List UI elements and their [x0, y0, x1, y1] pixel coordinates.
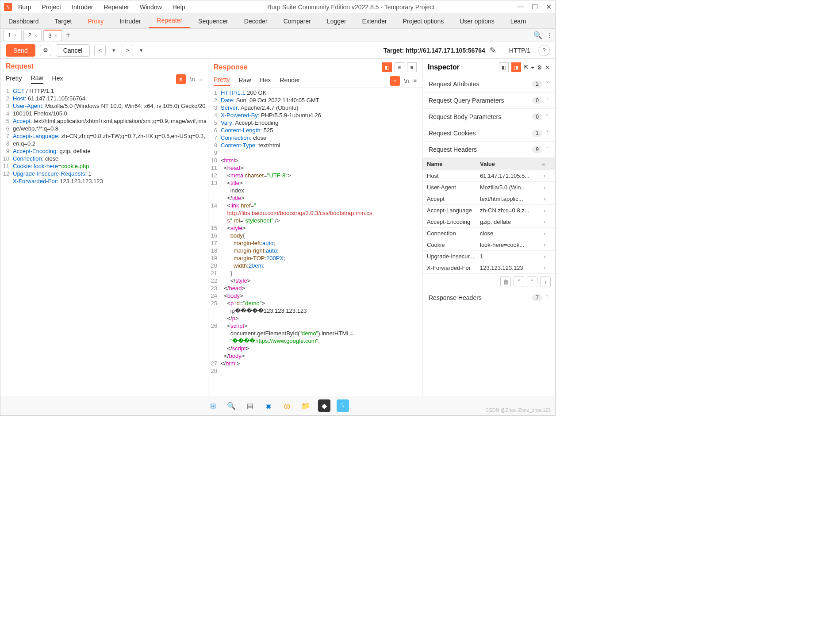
section-request-query-parameters[interactable]: Request Query Parameters0˅ [422, 92, 555, 109]
burp-logo-icon: ᛊ [4, 3, 12, 11]
edit-target-icon[interactable]: ✎ [490, 46, 496, 55]
view-raw[interactable]: Raw [239, 77, 251, 85]
header-row[interactable]: Host61.147.171.105:5...› [422, 170, 555, 182]
request-panel: Request PrettyRawHex ≡ \n ≡ 123456789101… [0, 59, 208, 396]
layout-stack-icon[interactable]: ≡ [395, 62, 404, 72]
view-pretty[interactable]: Pretty [214, 76, 230, 86]
minimize-icon[interactable]: ― [517, 3, 524, 11]
tab-decoder[interactable]: Decoder [236, 14, 276, 28]
tab-proxy[interactable]: Proxy [80, 14, 111, 28]
chevron-down-icon: ˅ [546, 97, 549, 104]
search-icon[interactable]: 🔍 [533, 31, 542, 39]
header-row[interactable]: Accept-Languagezh-CN,zh;q=0.8,z...› [422, 205, 555, 216]
gear-icon[interactable]: ⚙ [537, 64, 542, 71]
search-taskbar-icon[interactable]: 🔍 [225, 399, 238, 412]
delete-header-icon[interactable]: 🗑 [500, 276, 511, 287]
header-row[interactable]: Accept-Encodinggzip, deflate› [422, 216, 555, 228]
edge-icon[interactable]: ◉ [262, 399, 275, 412]
http-version[interactable]: HTTP/1 [506, 47, 534, 54]
tab-extender[interactable]: Extender [354, 14, 395, 28]
header-row[interactable]: X-Forwarded-For123.123.123.123› [422, 262, 555, 274]
help-icon[interactable]: ? [538, 45, 550, 56]
header-row[interactable]: Upgrade-Insecur...1› [422, 251, 555, 262]
layout-left-icon[interactable]: ◧ [499, 62, 509, 72]
request-title: Request [6, 62, 34, 70]
collapse-icon[interactable]: ⇱ [524, 64, 529, 71]
section-request-body-parameters[interactable]: Request Body Parameters0˅ [422, 109, 555, 125]
tab-intruder[interactable]: Intruder [111, 14, 149, 28]
tab-sequencer[interactable]: Sequencer [190, 14, 236, 28]
newline-icon[interactable]: \n [190, 76, 195, 82]
gear-icon[interactable]: ⚙ [40, 45, 51, 56]
layout-right-icon[interactable]: ◨ [511, 62, 521, 72]
header-row[interactable]: Connectionclose› [422, 228, 555, 239]
request-actions-icon[interactable]: ≡ [176, 74, 186, 84]
menu-repeater[interactable]: Repeater [104, 4, 129, 11]
header-row[interactable]: Cookielook-here=cook...› [422, 239, 555, 251]
back-dropdown[interactable]: ▾ [110, 45, 117, 56]
send-button[interactable]: Send [6, 44, 35, 57]
tab-target[interactable]: Target [47, 14, 80, 28]
view-render[interactable]: Render [280, 77, 300, 85]
add-header-icon[interactable]: + [540, 276, 551, 287]
forward-button[interactable]: > [122, 45, 133, 56]
section-request-attributes[interactable]: Request Attributes2˅ [422, 76, 555, 92]
view-hex[interactable]: Hex [52, 75, 63, 84]
main-tabs: DashboardTargetProxyIntruderRepeaterSequ… [0, 14, 555, 29]
newline-icon[interactable]: \n [404, 77, 409, 84]
subtab-1[interactable]: 1 × [3, 30, 22, 41]
start-icon[interactable]: ⊞ [207, 399, 219, 412]
up-icon[interactable]: ˄ [527, 276, 537, 287]
request-editor[interactable]: 123456789101112 GET / HTTP/1.1Host: 61.1… [0, 86, 208, 396]
subtab-3[interactable]: 3 × [43, 30, 62, 41]
repeater-toolbar: Send ⚙ Cancel < ▾ > ▾ Target: http://61.… [0, 42, 555, 59]
taskview-icon[interactable]: ▤ [244, 399, 256, 412]
repeater-subtabs: 1 ×2 ×3 × + 🔍 ⋮ [0, 29, 555, 42]
response-actions-icon[interactable]: ≡ [390, 76, 400, 86]
header-row[interactable]: User-AgentMozilla/5.0 (Win...› [422, 182, 555, 193]
maximize-icon[interactable]: ☐ [532, 3, 538, 11]
close-icon[interactable]: ✕ [546, 3, 552, 11]
response-headers-section[interactable]: Response Headers 7 ˅ [422, 290, 555, 306]
forward-dropdown[interactable]: ▾ [138, 45, 145, 56]
header-row[interactable]: Accepttext/html,applic...› [422, 193, 555, 205]
layout-full-icon[interactable]: ■ [407, 62, 417, 72]
menu-project[interactable]: Project [42, 4, 61, 11]
add-tab-button[interactable]: + [64, 31, 73, 40]
menu-window[interactable]: Window [140, 4, 162, 11]
app-icon[interactable]: ◆ [318, 399, 330, 412]
view-raw[interactable]: Raw [31, 74, 43, 84]
menu-help[interactable]: Help [173, 4, 185, 11]
hamburger-icon[interactable]: ≡ [413, 77, 417, 84]
col-value[interactable]: Value [480, 161, 542, 167]
tab-logger[interactable]: Logger [319, 14, 354, 28]
close-panel-icon[interactable]: ✕ [545, 64, 550, 71]
tab-user-options[interactable]: User options [452, 14, 502, 28]
burp-taskbar-icon[interactable]: ᛊ [337, 399, 349, 412]
tab-comparer[interactable]: Comparer [276, 14, 319, 28]
firefox-icon[interactable]: ◎ [281, 399, 293, 412]
section-request-cookies[interactable]: Request Cookies1˅ [422, 125, 555, 142]
explorer-icon[interactable]: 📁 [299, 399, 312, 412]
view-pretty[interactable]: Pretty [6, 75, 22, 84]
tab-dashboard[interactable]: Dashboard [0, 14, 47, 28]
tab-learn[interactable]: Learn [502, 14, 534, 28]
layout-split-icon[interactable]: ◧ [382, 62, 392, 72]
col-name[interactable]: Name [427, 161, 480, 167]
menu-intruder[interactable]: Intruder [72, 4, 93, 11]
tab-repeater[interactable]: Repeater [149, 14, 190, 28]
down-icon[interactable]: ˅ [514, 276, 524, 287]
hamburger-icon[interactable]: ≡ [199, 76, 203, 82]
tab-project-options[interactable]: Project options [395, 14, 452, 28]
view-hex[interactable]: Hex [260, 77, 271, 85]
cancel-button[interactable]: Cancel [56, 44, 90, 57]
back-button[interactable]: < [94, 45, 106, 56]
divide-icon[interactable]: ÷ [531, 64, 534, 71]
subtab-2[interactable]: 2 × [23, 30, 42, 41]
kebab-icon[interactable]: ⋮ [547, 32, 552, 38]
menu-burp[interactable]: Burp [18, 4, 31, 11]
windows-taskbar: ⊞ 🔍 ▤ ◉ ◎ 📁 ◆ ᛊ CSDN @Zhou-Zhou_zhou123 [0, 396, 555, 415]
col-menu-icon[interactable]: ≡ [542, 161, 551, 167]
section-request-headers[interactable]: Request Headers9˄ [422, 142, 555, 158]
response-editor[interactable]: 1234567891011121314151617181920212223242… [208, 88, 422, 396]
